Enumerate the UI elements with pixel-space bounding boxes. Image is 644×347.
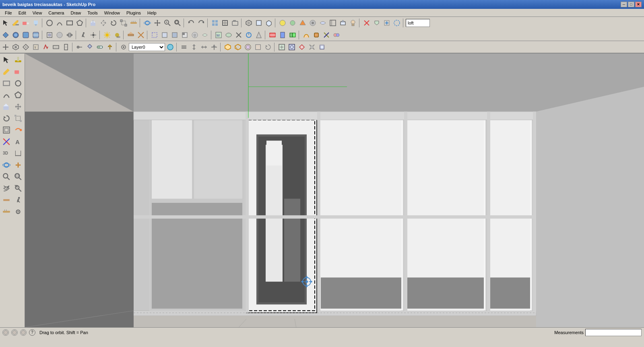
tb-r3-14[interactable] <box>199 42 209 52</box>
tb-btn-a5[interactable] <box>318 18 328 28</box>
tb-r3-4[interactable] <box>41 42 51 52</box>
tb-btn-a4[interactable] <box>308 18 318 28</box>
zoom-button[interactable] <box>163 18 172 28</box>
tb-r2-p2[interactable] <box>278 30 287 40</box>
lt-section-cut[interactable] <box>1 194 12 206</box>
look-around-button[interactable] <box>89 30 98 40</box>
select-tool-button[interactable] <box>1 18 10 28</box>
orbit-button[interactable] <box>142 18 152 28</box>
menu-camera[interactable]: Camera <box>45 10 67 16</box>
pencil-tool-button[interactable] <box>11 18 21 28</box>
menu-view[interactable]: View <box>29 10 45 16</box>
undo-button[interactable] <box>186 18 196 28</box>
arc-tool-button[interactable] <box>55 18 64 28</box>
tb-r3-17[interactable] <box>233 42 243 52</box>
tb-r2-n1[interactable]: M <box>214 30 223 40</box>
scale-tool-button[interactable] <box>119 18 128 28</box>
tb-btn-b4[interactable] <box>392 18 402 28</box>
tb-btn-b3[interactable] <box>382 18 392 28</box>
tb-btn-b1[interactable] <box>362 18 372 28</box>
polygon-tool-button[interactable] <box>75 18 85 28</box>
lt-pencil-tool[interactable] <box>1 66 12 77</box>
tb-r3-12[interactable] <box>179 42 189 52</box>
tb-r3-25[interactable] <box>317 42 327 52</box>
menu-tools[interactable]: Tools <box>84 10 101 16</box>
tb-r3-19[interactable] <box>253 42 263 52</box>
tb-r2-m2[interactable] <box>200 30 210 40</box>
tb-r2-q2[interactable] <box>312 30 321 40</box>
lt-select-tool[interactable] <box>1 54 12 66</box>
menu-plugins[interactable]: Plugins <box>123 10 144 16</box>
tb-r3-2[interactable] <box>21 42 31 52</box>
tape-measure-button[interactable] <box>129 18 138 28</box>
pan-button[interactable] <box>153 18 162 28</box>
lt-intersect-tool[interactable] <box>1 136 12 147</box>
tb-r2-n5[interactable] <box>254 30 264 40</box>
iso-view-button[interactable] <box>244 18 254 28</box>
tb-r3-16[interactable] <box>223 42 233 52</box>
status-circle-1[interactable] <box>2 329 9 336</box>
tb-r3-13[interactable] <box>189 42 199 52</box>
menu-draw[interactable]: Draw <box>67 10 84 16</box>
zoom-extents-button[interactable] <box>173 18 182 28</box>
components-button[interactable] <box>210 18 220 28</box>
lt-orbit2-tool[interactable] <box>1 183 12 194</box>
tb-r2-q1[interactable] <box>301 30 311 40</box>
add-layer-button[interactable] <box>1 42 10 52</box>
monochrome-button[interactable] <box>180 30 190 40</box>
maximize-button[interactable]: □ <box>628 2 634 7</box>
lt-paint-tool[interactable] <box>12 54 24 66</box>
xray-button[interactable] <box>150 30 159 40</box>
lt-follow-tool[interactable] <box>12 124 24 136</box>
redo-button[interactable] <box>196 18 206 28</box>
lt-zoom-window-tool[interactable] <box>12 171 24 182</box>
tb-r2-p3[interactable] <box>288 30 297 40</box>
tb-r3-20[interactable] <box>263 42 273 52</box>
tb-r3-18[interactable] <box>243 42 253 52</box>
menu-edit[interactable]: Edit <box>15 10 29 16</box>
tb-btn-a8[interactable] <box>348 18 358 28</box>
tb-r2-q3[interactable] <box>322 30 331 40</box>
tb-r3-21[interactable] <box>277 42 287 52</box>
tb-btn-b2[interactable] <box>372 18 382 28</box>
tb-r3-23[interactable] <box>297 42 307 52</box>
lt-eraser-tool[interactable] <box>12 66 24 77</box>
lt-arc-tool[interactable] <box>1 89 12 101</box>
tb-r2-3[interactable] <box>21 30 31 40</box>
make-component-button[interactable] <box>220 18 230 28</box>
measurements-input[interactable] <box>585 329 642 336</box>
tb-r3-1[interactable] <box>11 42 21 52</box>
tb-btn-a6[interactable] <box>328 18 338 28</box>
lt-zoom-tool[interactable] <box>1 171 12 182</box>
tb-btn-a1[interactable] <box>278 18 287 28</box>
tb-r2-p1[interactable] <box>268 30 277 40</box>
tb-r3-6[interactable] <box>61 42 71 52</box>
lt-rotate-tool[interactable] <box>1 113 12 124</box>
loft-input[interactable]: loft <box>406 19 430 27</box>
lt-dim-tool[interactable] <box>12 148 24 159</box>
tb-btn-a3[interactable] <box>298 18 308 28</box>
move-tool-button[interactable] <box>99 18 108 28</box>
lt-text-tool[interactable]: A <box>12 136 24 147</box>
section-cut-button[interactable] <box>136 30 146 40</box>
tb-r2-q4[interactable] <box>332 30 341 40</box>
status-circle-2[interactable] <box>11 329 18 336</box>
tb-r3-5[interactable] <box>51 42 61 52</box>
lt-circle-tool[interactable] <box>12 78 24 89</box>
tb-btn-a7[interactable] <box>338 18 348 28</box>
lt-offset-tool[interactable] <box>1 124 12 136</box>
section-plane-button[interactable] <box>126 30 136 40</box>
menu-help[interactable]: Help <box>144 10 160 16</box>
group-button[interactable] <box>230 18 240 28</box>
rectangle-tool-button[interactable] <box>65 18 74 28</box>
layer-dropdown[interactable]: Layer0 <box>129 43 165 51</box>
tb-r2-n3[interactable] <box>234 30 244 40</box>
tb-r2-n4[interactable] <box>244 30 254 40</box>
layer-visibility-button[interactable] <box>119 42 128 52</box>
tb-r2-5[interactable] <box>45 30 54 40</box>
tb-r3-10[interactable] <box>105 42 115 52</box>
tb-r2-m1[interactable] <box>190 30 200 40</box>
sun-button[interactable] <box>102 30 112 40</box>
close-button[interactable]: ✕ <box>635 2 642 7</box>
lt-walkthru[interactable] <box>12 194 24 206</box>
